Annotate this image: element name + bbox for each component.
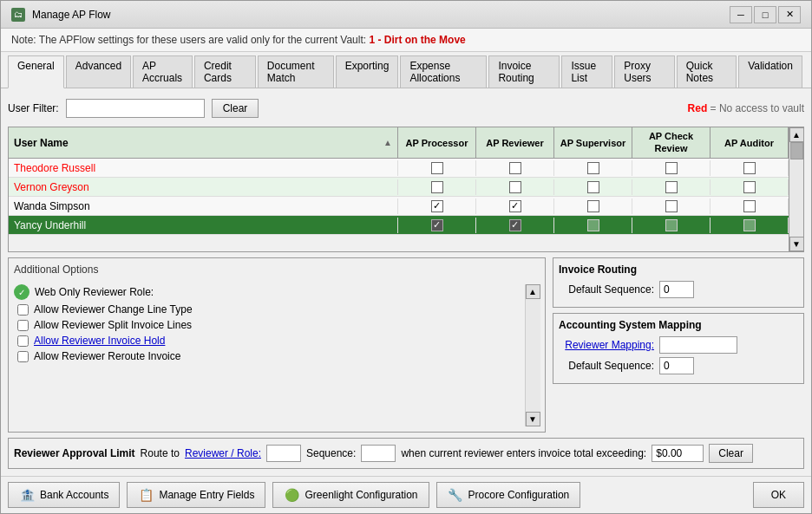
tab-ap-accruals[interactable]: AP Accruals (133, 55, 193, 88)
checkbox-icon[interactable]: ✓ (509, 219, 521, 231)
reviewer-mapping-input[interactable] (659, 336, 737, 354)
minimize-button[interactable]: ─ (730, 6, 752, 23)
scroll-up-arrow[interactable]: ▲ (789, 127, 804, 142)
approval-clear-button[interactable]: Clear (709, 444, 753, 463)
tab-exporting[interactable]: Exporting (336, 55, 399, 88)
row-2-ap-check[interactable] (632, 179, 710, 195)
checkbox-icon[interactable] (587, 181, 599, 193)
red-text: Red (688, 102, 708, 114)
manage-icon: 📋 (138, 488, 154, 502)
scroll-down-icon[interactable]: ▼ (526, 412, 540, 426)
table-row[interactable]: Theodore Russell (9, 159, 789, 178)
row-3-ap-reviewer[interactable]: ✓ (476, 198, 554, 214)
ok-button[interactable]: OK (753, 482, 804, 508)
checkbox-icon[interactable] (431, 181, 443, 193)
filter-left: User Filter: Clear (8, 99, 259, 118)
tab-issue-list[interactable]: Issue List (561, 55, 612, 88)
row-1-ap-auditor[interactable] (710, 160, 789, 176)
checkbox-icon[interactable] (665, 162, 678, 174)
user-filter-input[interactable] (66, 99, 205, 118)
tab-validation[interactable]: Validation (738, 55, 802, 88)
row-3-ap-supervisor[interactable] (554, 198, 632, 214)
content-area: User Filter: Clear Red = No access to va… (1, 88, 811, 476)
tab-proxy-users[interactable]: Proxy Users (614, 55, 674, 88)
web-only-row: ✓ Web Only Reviewer Role: (14, 284, 525, 300)
options-left: ✓ Web Only Reviewer Role: Allow Reviewer… (14, 284, 525, 426)
tab-advanced[interactable]: Advanced (66, 55, 131, 88)
row-4-ap-check[interactable] (632, 218, 710, 233)
table-row[interactable]: Vernon Greyson (9, 178, 789, 197)
route-to-label: Route to (141, 447, 180, 459)
tab-general[interactable]: General (8, 55, 64, 88)
row-4-ap-supervisor[interactable] (554, 218, 632, 233)
table-row[interactable]: Wanda Simpson ✓ ✓ (9, 197, 789, 216)
checkbox-icon[interactable]: ✓ (431, 219, 443, 231)
accounting-sequence-input[interactable] (659, 357, 694, 374)
checkbox-icon[interactable] (509, 181, 521, 193)
row-2-ap-auditor[interactable] (710, 179, 789, 195)
row-4-ap-reviewer[interactable]: ✓ (476, 218, 554, 233)
window-controls: ─ □ ✕ (730, 6, 801, 23)
invoice-default-sequence-input[interactable] (659, 281, 694, 298)
tab-document-match[interactable]: Document Match (258, 55, 334, 88)
checkbox-icon[interactable] (665, 200, 678, 212)
allow-change-line-type-checkbox[interactable] (17, 304, 29, 316)
scroll-up-icon[interactable]: ▲ (526, 284, 540, 299)
checkbox-icon[interactable] (743, 200, 756, 212)
checkbox-icon[interactable] (587, 200, 599, 212)
procore-config-button[interactable]: 🔧 Procore Configuration (436, 482, 581, 508)
allow-reroute-checkbox[interactable] (17, 351, 29, 362)
accounting-panel: Accounting System Mapping Reviewer Mappi… (553, 313, 804, 384)
amount-input[interactable] (652, 445, 704, 462)
table-row[interactable]: Yancy Underhill ✓ ✓ (9, 216, 789, 235)
allow-split-invoice-checkbox[interactable] (17, 320, 29, 331)
close-button[interactable]: ✕ (778, 6, 801, 23)
tab-expense-allocations[interactable]: Expense Allocations (400, 55, 487, 88)
row-2-ap-processor[interactable] (398, 179, 476, 195)
checkbox-icon[interactable] (431, 162, 443, 174)
row-3-ap-check[interactable] (632, 198, 710, 214)
row-2-ap-reviewer[interactable] (476, 179, 554, 195)
row-4-ap-processor[interactable]: ✓ (398, 218, 476, 233)
maximize-button[interactable]: □ (754, 6, 776, 23)
checkbox-icon[interactable] (665, 219, 678, 231)
row-1-ap-reviewer[interactable] (476, 160, 554, 176)
allow-invoice-hold-checkbox[interactable] (17, 335, 29, 347)
footer-left: 🏦 Bank Accounts 📋 Manage Entry Fields 🟢 … (8, 482, 580, 508)
checkbox-icon[interactable]: ✓ (431, 200, 443, 212)
row-3-ap-processor[interactable]: ✓ (398, 198, 476, 214)
bank-accounts-button[interactable]: 🏦 Bank Accounts (8, 482, 120, 508)
checkbox-label-1: Allow Reviewer Change Line Type (34, 303, 193, 316)
checkbox-icon[interactable] (743, 181, 756, 193)
manage-entry-fields-button[interactable]: 📋 Manage Entry Fields (127, 482, 265, 508)
row-1-ap-processor[interactable] (398, 160, 476, 176)
tab-quick-notes[interactable]: Quick Notes (677, 55, 737, 88)
reviewer-role-link[interactable]: Reviewer / Role: (185, 447, 261, 459)
tab-invoice-routing[interactable]: Invoice Routing (488, 55, 560, 88)
sequence-input[interactable] (361, 445, 396, 462)
checkbox-label-3[interactable]: Allow Reviewer Invoice Hold (34, 335, 165, 347)
reviewer-mapping-link[interactable]: Reviewer Mapping: (559, 339, 654, 351)
row-4-ap-auditor[interactable] (710, 218, 789, 233)
checkbox-icon[interactable] (587, 219, 599, 231)
invoice-routing-title: Invoice Routing (559, 264, 798, 276)
row-1-ap-supervisor[interactable] (554, 160, 632, 176)
checkbox-icon[interactable] (743, 162, 756, 174)
red-note-suffix: = No access to vault (707, 102, 804, 114)
scroll-thumb[interactable] (790, 142, 803, 159)
filter-clear-button[interactable]: Clear (212, 99, 259, 118)
checkbox-icon[interactable] (587, 162, 599, 174)
row-3-ap-auditor[interactable] (710, 198, 789, 214)
tab-credit-cards[interactable]: Credit Cards (194, 55, 256, 88)
row-1-ap-check[interactable] (632, 160, 710, 176)
greenlight-config-button[interactable]: 🟢 Greenlight Configuration (272, 482, 429, 508)
checkbox-icon[interactable] (665, 181, 678, 193)
checkbox-icon[interactable]: ✓ (509, 200, 521, 212)
checkbox-icon[interactable] (743, 219, 756, 231)
reviewer-role-input[interactable] (266, 445, 301, 462)
scroll-down-arrow[interactable]: ▼ (789, 237, 804, 251)
invoice-routing-row: Default Sequence: (559, 281, 798, 298)
checkbox-icon[interactable] (509, 162, 521, 174)
row-2-ap-supervisor[interactable] (554, 179, 632, 195)
checkbox-row-1: Allow Reviewer Change Line Type (17, 303, 525, 316)
